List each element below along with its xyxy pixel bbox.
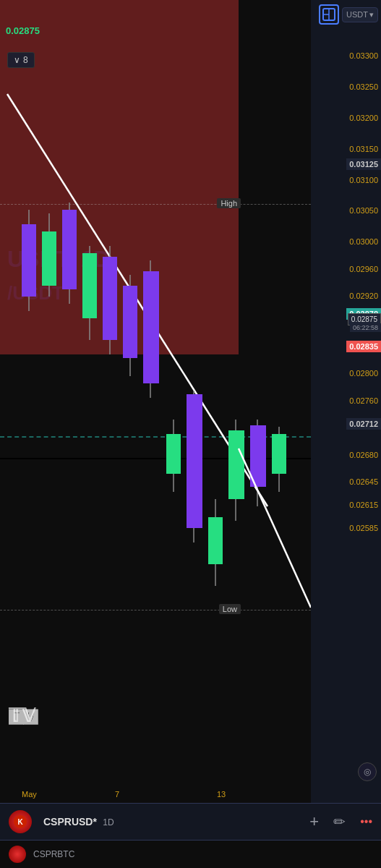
currency-selector[interactable]: USDT ▾ <box>342 7 378 22</box>
secondary-ticker-name: CSPRBTC <box>33 849 74 859</box>
chart-container: 0.02875 ∨ 8 USDT, 1D /USDT <box>0 0 311 803</box>
ticker-timeframe: 1D <box>103 817 114 827</box>
x-axis-label-13: 13 <box>217 790 226 799</box>
top-toolbar: USDT ▾ <box>311 0 381 29</box>
price-tick: 0.02920 <box>349 292 378 300</box>
x-axis-label-may: May <box>22 790 37 799</box>
price-tick: 0.02615 <box>349 501 378 509</box>
svg-rect-16 <box>166 434 181 474</box>
high-price-box: 0.03125 <box>346 158 381 170</box>
secondary-ticker-icon <box>9 846 26 863</box>
draw-button[interactable]: ✏ <box>333 813 346 830</box>
svg-rect-2 <box>22 224 36 297</box>
svg-rect-10 <box>103 257 117 340</box>
ticker-icon: K <box>9 810 32 833</box>
price-tick: 0.02800 <box>349 369 378 378</box>
high-label: High <box>217 198 241 208</box>
tv-logo-text: 𝕋𝕍 <box>9 705 35 727</box>
secondary-ticker-bar: CSPRBTC <box>0 841 381 868</box>
svg-rect-12 <box>123 286 137 358</box>
ticker-name-group: CSPRUSD* 1D <box>43 815 114 828</box>
layout-button[interactable] <box>319 4 339 25</box>
price-tick: 0.02585 <box>349 524 378 532</box>
low-price-box: 0.02712 <box>346 418 381 430</box>
price-tick: 0.03050 <box>349 206 378 215</box>
price-tick: 0.03150 <box>349 145 378 153</box>
svg-rect-8 <box>82 253 97 318</box>
svg-rect-4 <box>42 231 56 286</box>
price-tick: 0.02645 <box>349 477 378 486</box>
price-time-tag: 06:22:58 <box>350 323 381 332</box>
price-tick: 0.03250 <box>349 82 378 91</box>
price-tick: 0.03000 <box>349 237 378 246</box>
more-button[interactable]: ••• <box>360 815 372 828</box>
svg-rect-26 <box>272 434 286 474</box>
svg-rect-22 <box>228 430 244 499</box>
add-button[interactable]: + <box>309 812 319 831</box>
svg-rect-18 <box>187 394 202 528</box>
bottom-bar: K CSPRUSD* 1D + ✏ ••• CSPRBTC <box>0 803 381 868</box>
price-tick: 0.03100 <box>349 176 378 184</box>
svg-rect-14 <box>143 271 159 383</box>
ticker-bar: K CSPRUSD* 1D + ✏ ••• <box>0 804 381 841</box>
candlestick-chart <box>0 0 311 781</box>
price-tick: 0.02760 <box>349 396 378 405</box>
svg-text:K: K <box>17 818 23 826</box>
axis-settings-button[interactable]: ◎ <box>358 762 377 781</box>
svg-rect-6 <box>62 210 77 289</box>
low-label: Low <box>219 604 241 614</box>
ticker-symbol: CSPRUSD* <box>43 816 97 827</box>
price-tick: 0.03300 <box>349 51 378 60</box>
x-axis: May 7 13 <box>0 785 311 803</box>
x-axis-label-7: 7 <box>115 790 119 799</box>
price-tick: 0.02960 <box>349 265 378 273</box>
red-price-tag: 0.02835 <box>346 341 381 352</box>
price-axis: USDT ▾ 0.03300 0.03250 0.03200 0.03150 0… <box>311 0 381 803</box>
svg-rect-20 <box>208 517 223 564</box>
price-tick: 0.03200 <box>349 114 378 122</box>
ticker-actions: + ✏ ••• <box>309 812 372 831</box>
price-tick: 0.02680 <box>349 451 378 459</box>
